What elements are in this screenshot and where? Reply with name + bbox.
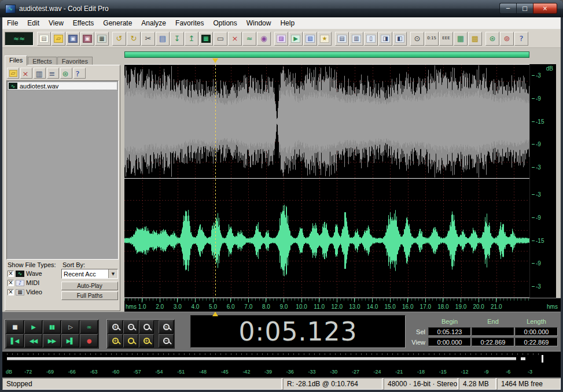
stop-button[interactable]: ■ bbox=[6, 320, 24, 334]
mix-paste-button[interactable]: ▦ bbox=[199, 32, 213, 46]
settings-button[interactable]: ⊛ bbox=[485, 32, 499, 46]
fast-forward-button[interactable]: ▶▶ bbox=[43, 334, 61, 347]
monitor-record-level-button[interactable]: ⊚ bbox=[500, 32, 514, 46]
waveform-multitrack-toggle-button[interactable]: ≈≈ bbox=[5, 32, 34, 46]
maximize-button[interactable]: □ bbox=[516, 3, 533, 14]
zoom-sel-right-button[interactable]: + bbox=[139, 334, 154, 347]
tab-favorites[interactable]: Favorites bbox=[57, 57, 93, 65]
favorites-edit-button[interactable]: ★ bbox=[318, 32, 332, 46]
paste-button[interactable]: ↧ bbox=[170, 32, 184, 46]
menu-item-window[interactable]: Window bbox=[242, 17, 276, 29]
effects-rack-button[interactable]: ▨ bbox=[274, 32, 288, 46]
play-looped-button[interactable]: ∞ bbox=[80, 320, 98, 334]
menu-item-edit[interactable]: Edit bbox=[23, 17, 44, 29]
tab-effects[interactable]: Effects bbox=[28, 57, 56, 65]
sel-length-field[interactable]: 0:00.000 bbox=[515, 327, 558, 336]
menu-item-favorites[interactable]: Favorites bbox=[171, 17, 208, 29]
panel-close-file-button[interactable]: × bbox=[20, 68, 32, 79]
overview-navigation-bar[interactable] bbox=[124, 51, 529, 58]
delete-selection-button[interactable]: × bbox=[228, 32, 242, 46]
time-display[interactable]: 0:05.123 bbox=[190, 315, 406, 348]
trim-button[interactable]: ▭ bbox=[214, 32, 227, 46]
file-info-button[interactable]: ▦ bbox=[95, 32, 109, 46]
spectral-view-button[interactable]: ▦ bbox=[454, 32, 468, 46]
menu-item-analyze[interactable]: Analyze bbox=[137, 17, 171, 29]
zoom-out-button[interactable]: − bbox=[123, 320, 138, 334]
panel-help-button[interactable]: ? bbox=[73, 68, 86, 79]
zoom-out-vertical-button[interactable]: − bbox=[159, 334, 174, 347]
cursor-marker-bottom[interactable] bbox=[212, 312, 218, 316]
file-info-window-button[interactable]: ▯ bbox=[364, 32, 378, 46]
file-list[interactable]: ∿audiotest.wav bbox=[6, 80, 119, 260]
close-button[interactable]: × bbox=[533, 3, 557, 14]
menu-item-help[interactable]: Help bbox=[275, 17, 299, 29]
waveform-colors-button[interactable]: ▩ bbox=[468, 32, 482, 46]
copy-button[interactable]: ▤ bbox=[156, 32, 170, 46]
menu-item-generate[interactable]: Generate bbox=[98, 17, 137, 29]
play-to-end-button[interactable]: ▷ bbox=[61, 320, 79, 334]
zoom-to-selection-button[interactable]: ▫ bbox=[159, 320, 174, 334]
open-file-button[interactable]: ▱ bbox=[51, 32, 65, 46]
sort-dropdown[interactable]: Recent Acc ▼ bbox=[61, 269, 118, 279]
panel-open-file-button[interactable]: ▱ bbox=[7, 68, 19, 79]
menu-item-effects[interactable]: Effects bbox=[68, 17, 98, 29]
amplitude-ruler[interactable]: dB -3-9-15-9-3-3-9-15-9-3 bbox=[529, 64, 556, 298]
menu-item-view[interactable]: View bbox=[44, 17, 68, 29]
timeline-ruler[interactable]: hms hms 1.02.03.04.05.06.07.08.09.010.01… bbox=[124, 298, 561, 312]
copy-icon: ▤ bbox=[159, 35, 166, 42]
new-file-button[interactable]: ▤ bbox=[37, 32, 51, 46]
help-button[interactable]: ? bbox=[514, 32, 528, 46]
view-length-field[interactable]: 0:22.869 bbox=[515, 338, 558, 346]
display-time-format-button[interactable]: EEE bbox=[439, 32, 453, 46]
cursor-marker-top[interactable] bbox=[212, 58, 218, 63]
go-to-start-button[interactable]: ▌◀ bbox=[6, 334, 24, 347]
view-time-window-button[interactable]: 0:15 bbox=[425, 32, 439, 46]
save-file-button[interactable]: ▣ bbox=[66, 32, 80, 46]
dropdown-arrow-icon[interactable]: ▼ bbox=[108, 269, 117, 278]
tab-files[interactable]: Files bbox=[5, 56, 27, 65]
panel-change-view-button[interactable]: ≡ bbox=[47, 68, 59, 79]
minimize-button[interactable]: ─ bbox=[499, 3, 516, 14]
meter-scale-label: -66 bbox=[61, 369, 83, 375]
undo-button[interactable]: ↺ bbox=[112, 32, 126, 46]
waveform-display[interactable] bbox=[124, 64, 529, 298]
paste-to-new-button[interactable]: ↥ bbox=[185, 32, 198, 46]
redo-button[interactable]: ↻ bbox=[127, 32, 141, 46]
full-paths-button[interactable]: Full Paths bbox=[61, 291, 118, 300]
panel-insert-multitrack-button[interactable]: ▥ bbox=[34, 68, 46, 79]
batch-scripts-button[interactable]: ▧ bbox=[303, 32, 317, 46]
pause-button[interactable]: ▮▮ bbox=[43, 320, 61, 334]
menu-item-options[interactable]: Options bbox=[208, 17, 241, 29]
frequency-analysis-button[interactable]: ⊙ bbox=[410, 32, 424, 46]
level-meter[interactable]: dB -72-69-66-63-60-57-54-51-48-45-42-39-… bbox=[2, 351, 561, 378]
view-begin-field[interactable]: 0:00.000 bbox=[428, 338, 471, 346]
rewind-button[interactable]: ◀◀ bbox=[24, 334, 42, 347]
sel-end-field[interactable] bbox=[472, 327, 514, 336]
panel-advanced-options-button[interactable]: ⊛ bbox=[60, 68, 72, 79]
zoom-full-button[interactable] bbox=[139, 320, 154, 334]
video-checkbox[interactable]: × bbox=[8, 289, 14, 295]
zoom-in-button[interactable]: + bbox=[108, 320, 123, 334]
zoom-sel-button[interactable] bbox=[123, 334, 138, 347]
view-end-field[interactable]: 0:22.869 bbox=[472, 338, 514, 346]
record-button[interactable]: ● bbox=[80, 334, 98, 347]
cut-button[interactable]: ✂ bbox=[141, 32, 155, 46]
auto-play-button[interactable]: Auto-Play bbox=[61, 282, 118, 290]
sel-begin-field[interactable]: 0:05.123 bbox=[428, 327, 471, 336]
play-list-button[interactable]: ▥ bbox=[349, 32, 363, 46]
convert-sample-type-button[interactable]: ≈ bbox=[242, 32, 256, 46]
wave-checkbox[interactable]: × bbox=[8, 271, 14, 277]
zoom-sel-left-button[interactable]: + bbox=[108, 334, 123, 347]
cue-list-button[interactable]: ▤ bbox=[335, 32, 349, 46]
midi-checkbox[interactable]: × bbox=[8, 280, 14, 286]
record-icon: ● bbox=[87, 338, 91, 344]
save-as-file-button[interactable]: ▣ bbox=[80, 32, 94, 46]
phase-analysis-button[interactable]: ◧ bbox=[393, 32, 407, 46]
cue-organizer-button[interactable]: ◨ bbox=[378, 32, 392, 46]
file-list-item[interactable]: ∿audiotest.wav bbox=[8, 82, 117, 90]
play-button[interactable]: ▶ bbox=[24, 320, 42, 334]
go-to-end-button[interactable]: ▶▌ bbox=[61, 334, 79, 347]
find-beats-button[interactable]: ◉ bbox=[257, 32, 271, 46]
preview-play-button[interactable]: ▶ bbox=[289, 32, 303, 46]
menu-item-file[interactable]: File bbox=[2, 17, 23, 29]
